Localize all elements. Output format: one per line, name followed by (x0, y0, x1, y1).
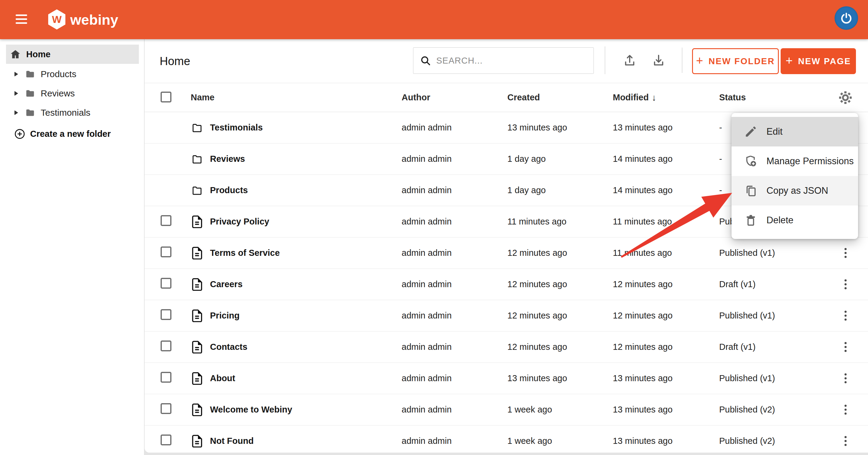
folder-label: Products (41, 69, 76, 79)
menu-item-copy-as-json[interactable]: Copy as JSON (732, 176, 858, 206)
folder-icon (191, 183, 204, 198)
folder-icon (191, 121, 204, 135)
table-row[interactable]: Terms of Serviceadmin admin12 minutes ag… (145, 238, 868, 269)
row-actions-menu-button[interactable] (842, 277, 849, 292)
row-created: 12 minutes ago (507, 342, 613, 352)
menu-item-delete[interactable]: Delete (732, 206, 858, 235)
row-checkbox[interactable] (161, 278, 172, 289)
page-background-strip (145, 453, 868, 455)
toolbar-divider (682, 48, 682, 73)
column-header-name[interactable]: Name (191, 92, 402, 102)
row-name: Testimonials (210, 123, 263, 132)
sidebar-item-reviews[interactable]: Reviews (0, 84, 144, 103)
row-created: 12 minutes ago (507, 279, 613, 289)
create-new-folder-button[interactable]: Create a new folder (0, 124, 144, 144)
search-input[interactable] (436, 56, 581, 66)
row-modified: 11 minutes ago (613, 217, 719, 226)
row-name: Pricing (210, 311, 240, 321)
column-header-author[interactable]: Author (402, 92, 507, 102)
page-title: Home (160, 39, 190, 83)
table-row[interactable]: Not Foundadmin admin1 week ago13 minutes… (145, 425, 868, 453)
row-checkbox[interactable] (161, 246, 172, 257)
new-folder-button[interactable]: + NEW FOLDER (692, 48, 779, 74)
row-author: admin admin (402, 279, 507, 289)
chevron-right-icon[interactable] (14, 91, 18, 96)
table-row[interactable]: Contactsadmin admin12 minutes ago12 minu… (145, 331, 868, 363)
column-header-modified[interactable]: Modified ↓ (613, 92, 719, 103)
column-header-created[interactable]: Created (507, 92, 613, 102)
menu-item-edit[interactable]: Edit (732, 117, 858, 147)
menu-item-label: Manage Permissions (767, 156, 854, 166)
row-status: Draft (v1) (719, 279, 823, 289)
select-all-checkbox[interactable] (161, 92, 172, 102)
row-checkbox[interactable] (161, 340, 172, 351)
row-name: Terms of Service (210, 248, 280, 258)
menu-item-manage-permissions[interactable]: Manage Permissions (732, 147, 858, 176)
brand-wordmark: webiny (70, 0, 118, 39)
chevron-right-icon[interactable] (14, 110, 18, 115)
webiny-logo-icon: W (48, 9, 65, 30)
page-icon (191, 403, 204, 417)
home-icon (10, 49, 21, 60)
row-author: admin admin (402, 342, 507, 352)
row-modified: 11 minutes ago (613, 248, 719, 258)
page-icon (191, 434, 204, 448)
row-modified: 12 minutes ago (613, 279, 719, 289)
row-created: 1 week ago (507, 436, 613, 446)
new-page-button[interactable]: + NEW PAGE (781, 48, 856, 74)
row-status: Published (v1) (719, 311, 823, 321)
sidebar-item-products[interactable]: Products (0, 64, 144, 84)
chevron-right-icon[interactable] (14, 72, 18, 77)
row-name: About (210, 373, 235, 383)
row-checkbox[interactable] (161, 434, 172, 445)
folder-tree: Products Reviews Testimonials (0, 64, 144, 122)
folder-icon (24, 89, 36, 98)
row-created: 12 minutes ago (507, 311, 613, 321)
sidebar-item-home[interactable]: Home (6, 44, 139, 64)
table-row[interactable]: Pricingadmin admin12 minutes ago12 minut… (145, 300, 868, 331)
row-status: Draft (v1) (719, 342, 823, 352)
trash-icon (744, 214, 757, 227)
row-modified: 14 minutes ago (613, 185, 719, 195)
search-box[interactable] (413, 47, 594, 74)
row-modified: 13 minutes ago (613, 405, 719, 415)
row-actions-menu-button[interactable] (842, 340, 849, 354)
table-row[interactable]: Welcome to Webinyadmin admin1 week ago13… (145, 394, 868, 425)
row-name: Careers (210, 279, 243, 289)
row-actions-menu-button[interactable] (842, 371, 849, 386)
row-name: Reviews (210, 154, 245, 164)
row-actions-menu-button[interactable] (842, 402, 849, 417)
table-settings-gear-icon[interactable] (838, 91, 852, 104)
sort-desc-icon[interactable]: ↓ (652, 92, 656, 103)
row-actions-menu-button[interactable] (842, 246, 849, 260)
export-pages-button[interactable] (650, 51, 668, 69)
row-created: 1 day ago (507, 185, 613, 195)
row-created: 1 week ago (507, 405, 613, 415)
row-status: Published (v1) (719, 373, 823, 383)
row-author: admin admin (402, 217, 507, 226)
row-modified: 13 minutes ago (613, 436, 719, 446)
row-checkbox[interactable] (161, 215, 172, 226)
hamburger-menu-button[interactable] (16, 14, 28, 25)
row-checkbox[interactable] (161, 403, 172, 414)
logo-letter: W (52, 13, 61, 25)
sidebar-item-testimonials[interactable]: Testimonials (0, 103, 144, 122)
import-pages-button[interactable] (621, 51, 639, 69)
row-name: Not Found (210, 436, 254, 446)
column-header-status[interactable]: Status (719, 92, 823, 102)
upload-icon (623, 53, 637, 67)
row-status: Published (v2) (719, 436, 823, 446)
row-checkbox[interactable] (161, 372, 172, 383)
row-actions-menu-button[interactable] (842, 308, 849, 323)
row-author: admin admin (402, 185, 507, 195)
row-checkbox[interactable] (161, 309, 172, 320)
table-row[interactable]: Careersadmin admin12 minutes ago12 minut… (145, 269, 868, 300)
row-actions-menu-button[interactable] (842, 434, 849, 448)
row-modified: 14 minutes ago (613, 154, 719, 164)
toolbar-divider (605, 47, 605, 74)
page-icon (191, 340, 204, 354)
user-avatar[interactable] (835, 6, 858, 30)
table-row[interactable]: Aboutadmin admin13 minutes ago13 minutes… (145, 363, 868, 394)
row-modified: 13 minutes ago (613, 123, 719, 132)
row-author: admin admin (402, 436, 507, 446)
